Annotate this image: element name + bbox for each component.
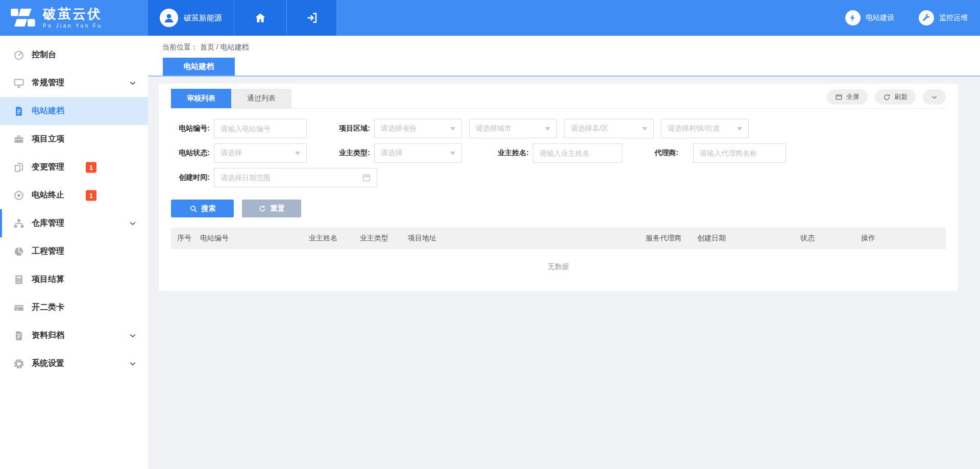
- col-create-date: 创建日期: [691, 228, 794, 249]
- sidebar-item-project-initiation[interactable]: 项目立项: [0, 125, 148, 153]
- owner-type-select[interactable]: 请选择: [374, 143, 462, 163]
- caret-down-icon: [450, 127, 455, 131]
- badge-count: 1: [86, 162, 96, 172]
- sidebar-item-warehouse-mgmt[interactable]: 仓库管理: [0, 209, 148, 237]
- col-owner-name: 业主姓名: [303, 228, 354, 249]
- city-select[interactable]: 请选择城市: [469, 119, 557, 138]
- results-table: 序号 电站编号 业主姓名 业主类型 项目地址 服务代理商 创建日期 状态 操作 …: [171, 228, 946, 278]
- content-card: 审核列表 通过列表 全屏 刷新 电站编号:: [159, 84, 958, 291]
- monitor-icon: [13, 78, 24, 89]
- chevron-down-icon: [129, 360, 137, 368]
- chevron-down-icon: [129, 79, 137, 87]
- col-owner-type: 业主类型: [354, 228, 402, 249]
- town-select[interactable]: 请选择村镇/街道: [661, 119, 749, 138]
- filter-actions: 搜索 重置: [171, 200, 946, 217]
- col-actions: 操作: [855, 228, 946, 249]
- station-status-select[interactable]: 请选择: [214, 143, 307, 163]
- archive-icon: [13, 330, 24, 341]
- gauge-icon: [13, 50, 24, 61]
- sidebar-item-station-filing[interactable]: 电站建档: [0, 97, 148, 125]
- reset-button[interactable]: 重置: [242, 200, 301, 217]
- sidebar-item-data-archiving[interactable]: 资料归档: [0, 322, 148, 350]
- filter-row-3: 创建时间:: [171, 168, 946, 187]
- date-range-input[interactable]: [214, 168, 377, 187]
- card-icon: [13, 302, 24, 313]
- card-toolbar: 全屏 刷新: [827, 89, 946, 108]
- sidebar: 控制台 常规管理 电站建档 项目立项 变更管理 1 电站终止 1: [0, 36, 148, 469]
- logo: 破茧云伏 Po Jian Yun Fu: [0, 0, 148, 36]
- collapse-toolbar-button[interactable]: [923, 89, 946, 105]
- refresh-icon: [883, 93, 891, 101]
- tab-review-list[interactable]: 审核列表: [171, 89, 231, 108]
- station-code-input[interactable]: [214, 119, 307, 138]
- home-icon: [254, 12, 266, 24]
- region-label: 项目区域:: [331, 124, 370, 133]
- owner-name-input[interactable]: [533, 143, 622, 163]
- nav-monitoring-label: 监控运维: [939, 13, 968, 22]
- create-time-label: 创建时间:: [171, 173, 210, 182]
- tab-passed-list[interactable]: 通过列表: [231, 89, 291, 108]
- caret-down-icon: [295, 152, 300, 155]
- refresh-button[interactable]: 刷新: [875, 89, 916, 105]
- sidebar-item-general-mgmt[interactable]: 常规管理: [0, 69, 148, 97]
- sitemap-icon: [13, 218, 24, 229]
- col-service-agent: 服务代理商: [640, 228, 691, 249]
- home-button[interactable]: [234, 0, 287, 36]
- wrench-icon: [919, 10, 934, 26]
- account-menu[interactable]: 破茧新能源: [148, 0, 234, 36]
- county-select[interactable]: 请选择县/区: [564, 119, 654, 138]
- fullscreen-icon: [835, 93, 843, 101]
- breadcrumb-current: 电站建档: [220, 43, 249, 51]
- empty-state: 无数据: [171, 249, 946, 278]
- fullscreen-button[interactable]: 全屏: [827, 89, 868, 105]
- user-name: 破茧新能源: [184, 13, 222, 23]
- agent-label: 代理商:: [647, 149, 678, 158]
- filter-row-2: 电站状态: 请选择 业主类型: 请选择 业主姓名: 代理商:: [171, 143, 946, 163]
- owner-type-label: 业主类型:: [331, 149, 370, 158]
- chevron-down-icon: [930, 93, 938, 101]
- header-right-nav: 电站建设 监控运维: [845, 0, 980, 36]
- station-code-label: 电站编号:: [171, 124, 210, 133]
- sidebar-item-change-mgmt[interactable]: 变更管理 1: [0, 153, 148, 181]
- nav-construction-label: 电站建设: [866, 13, 894, 22]
- sidebar-item-open-type2-card[interactable]: 开二类卡: [0, 293, 148, 322]
- login-arrow-icon: [306, 12, 318, 24]
- sidebar-item-system-settings[interactable]: 系统设置: [0, 350, 148, 378]
- chevron-down-icon: [129, 219, 137, 228]
- sidebar-item-project-settlement[interactable]: 项目结算: [0, 265, 148, 293]
- breadcrumb-home-link[interactable]: 首页: [200, 43, 214, 51]
- avatar: [160, 9, 178, 27]
- target-icon: [13, 190, 24, 201]
- top-header: 破茧云伏 Po Jian Yun Fu 破茧新能源: [0, 0, 980, 36]
- sidebar-item-engineering-mgmt[interactable]: 工程管理: [0, 237, 148, 265]
- search-button[interactable]: 搜索: [171, 200, 234, 217]
- agent-input[interactable]: [693, 143, 786, 163]
- nav-station-construction[interactable]: 电站建设: [845, 10, 894, 26]
- station-status-label: 电站状态:: [171, 149, 210, 158]
- copy-icon: [13, 162, 24, 173]
- header-account-section: 破茧新能源: [148, 0, 337, 36]
- logout-button[interactable]: [287, 0, 337, 36]
- app-title: 破茧云伏: [43, 7, 103, 20]
- lightning-icon: [845, 10, 861, 26]
- nav-monitoring-ops[interactable]: 监控运维: [919, 10, 968, 26]
- document-icon: [13, 106, 24, 117]
- search-icon: [189, 205, 198, 213]
- caret-down-icon: [545, 127, 550, 131]
- main-content: 当前位置： 首页 / 电站建档 电站建档 审核列表 通过列表 全屏 刷新: [148, 36, 980, 469]
- badge-count: 1: [86, 190, 96, 201]
- table-header-row: 序号 电站编号 业主姓名 业主类型 项目地址 服务代理商 创建日期 状态 操作: [171, 228, 946, 249]
- page-tab-station-filing[interactable]: 电站建档: [163, 58, 235, 76]
- app-subtitle: Po Jian Yun Fu: [43, 23, 103, 29]
- logo-icon: [10, 7, 37, 29]
- reset-icon: [258, 205, 266, 213]
- card-header: 审核列表 通过列表 全屏 刷新: [171, 89, 946, 109]
- date-range-field: [214, 168, 377, 187]
- sidebar-item-station-termination[interactable]: 电站终止 1: [0, 181, 148, 209]
- province-select[interactable]: 请选择省份: [374, 119, 462, 138]
- chevron-down-icon: [129, 332, 137, 340]
- breadcrumb-separator: /: [216, 43, 220, 51]
- sidebar-item-console[interactable]: 控制台: [0, 41, 148, 69]
- col-index: 序号: [171, 228, 194, 249]
- filter-form: 电站编号: 项目区域: 请选择省份 请选择城市 请选择县/区 请选择村镇/街道: [171, 109, 946, 217]
